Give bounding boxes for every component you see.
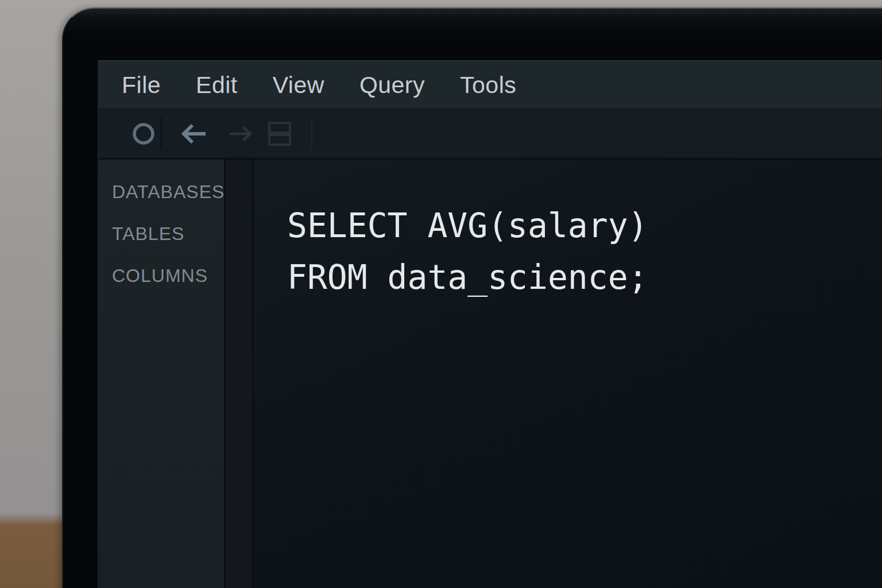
panel-gutter [226, 160, 252, 588]
sidebar-item-databases[interactable]: DATABASES [99, 171, 224, 213]
main-content: DATABASES TABLES COLUMNS SELECT AVG(sala… [99, 160, 882, 588]
menu-file[interactable]: File [122, 72, 161, 99]
toolbar-divider [161, 118, 162, 150]
sidebar: DATABASES TABLES COLUMNS [99, 160, 224, 588]
sql-client-window: File Edit View Query Tools [98, 60, 882, 588]
monitor-bezel: File Edit View Query Tools [62, 7, 882, 588]
query-editor[interactable]: SELECT AVG(salary) FROM data_science; [254, 160, 882, 588]
code-line: FROM data_science; [287, 252, 882, 303]
toolbar [99, 110, 882, 160]
save-icon[interactable] [267, 121, 292, 147]
menu-query[interactable]: Query [359, 72, 425, 99]
menu-tools[interactable]: Tools [460, 72, 516, 99]
forward-arrow-icon[interactable] [229, 122, 254, 145]
menu-edit[interactable]: Edit [196, 72, 238, 99]
sidebar-item-columns[interactable]: COLUMNS [99, 255, 224, 297]
menu-bar: File Edit View Query Tools [99, 60, 882, 110]
back-arrow-icon[interactable] [180, 121, 207, 146]
sidebar-item-tables[interactable]: TABLES [99, 213, 224, 255]
connection-circle-icon[interactable] [131, 121, 156, 146]
menu-view[interactable]: View [273, 72, 324, 99]
toolbar-divider [311, 118, 312, 150]
desk-scene: File Edit View Query Tools [0, 0, 882, 588]
code-line: SELECT AVG(salary) [287, 200, 882, 252]
wooden-desk [0, 513, 68, 588]
